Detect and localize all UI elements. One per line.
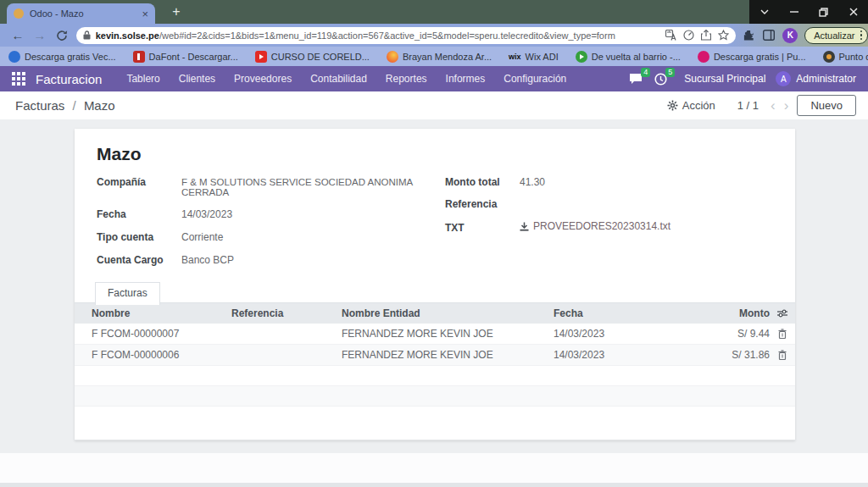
table-row[interactable]: F FCOM-00000007 FERNANDEZ MORE KEVIN JOE… [75, 324, 795, 345]
restore-icon [819, 8, 828, 17]
cell-fecha[interactable]: 14/03/2023 [554, 328, 706, 340]
menu-tablero[interactable]: Tablero [117, 66, 169, 91]
cell-nombre[interactable]: F FCOM-00000006 [75, 349, 231, 361]
devuelta-favicon-icon [576, 51, 587, 63]
update-chrome-button[interactable]: Actualizar [804, 27, 868, 44]
close-window-button[interactable] [838, 0, 868, 24]
performance-icon[interactable] [683, 30, 694, 41]
field-cuenta-cargo: Cuenta Cargo Banco BCP [97, 254, 436, 266]
back-button[interactable]: ← [7, 28, 29, 42]
tab-facturas[interactable]: Facturas [95, 282, 160, 305]
sliders-icon [777, 309, 787, 318]
bookmark-item[interactable]: wix Wix ADI [509, 51, 559, 63]
activities-badge: 5 [665, 68, 675, 77]
new-button[interactable]: Nuevo [797, 95, 856, 116]
url-bar[interactable]: kevin.solse.pe/web#id=2&cids=1&bids=1&me… [76, 27, 737, 44]
field-fecha: Fecha 14/03/2023 [97, 208, 436, 220]
freepik-favicon-icon [698, 51, 709, 63]
browser-tab[interactable]: Odoo - Mazo × [7, 3, 155, 24]
delete-row-button[interactable] [770, 329, 795, 339]
field-compania: Compañía F & M SOLUTIONS SERVICE SOCIEDA… [97, 176, 436, 197]
activities-button[interactable]: 5 [654, 73, 667, 86]
forward-button[interactable]: → [29, 28, 51, 42]
reload-button[interactable] [51, 30, 73, 42]
field-value[interactable]: 41.30 [520, 176, 545, 188]
bookmark-item[interactable]: Descarga gratis | Pu... [698, 51, 806, 63]
menu-contabilidad[interactable]: Contabilidad [301, 66, 376, 91]
form-sheet: Mazo Compañía F & M SOLUTIONS SERVICE SO… [75, 129, 795, 440]
field-value[interactable]: F & M SOLUTIONS SERVICE SOCIEDAD ANONIMA… [181, 177, 436, 197]
wix-favicon-icon: wix [509, 51, 521, 63]
minimize-button[interactable] [779, 0, 809, 24]
file-download-link[interactable]: PROVEEDORES20230314.txt [520, 220, 670, 232]
brayan-favicon-icon [387, 51, 398, 63]
vecteezy-favicon-icon [8, 51, 20, 63]
menu-clientes[interactable]: Clientes [170, 66, 225, 91]
bookmark-item[interactable]: Punto de venta Ven... [823, 51, 868, 63]
new-tab-button[interactable]: + [166, 3, 186, 21]
page-bottom-area [0, 453, 868, 483]
bookmark-item[interactable]: De vuelta al barrio -... [576, 51, 681, 63]
chevron-down-icon [760, 9, 769, 14]
bookmark-star-icon[interactable] [718, 30, 729, 41]
company-switcher[interactable]: Sucursal Principal [684, 73, 765, 85]
cell-monto[interactable]: S/ 31.86 [706, 349, 770, 361]
share-icon[interactable] [701, 30, 711, 41]
profile-avatar[interactable]: K [782, 28, 798, 43]
translate-icon[interactable] [665, 30, 676, 41]
field-label: Monto total [445, 176, 520, 188]
header-entidad[interactable]: Nombre Entidad [342, 307, 554, 319]
header-referencia[interactable]: Referencia [231, 307, 342, 319]
cell-entidad[interactable]: FERNANDEZ MORE KEVIN JOE [342, 349, 554, 361]
action-menu-button[interactable]: Acción [667, 99, 715, 112]
maximize-button[interactable] [809, 0, 838, 24]
delete-row-button[interactable] [770, 350, 795, 360]
field-monto-total: Monto total 41.30 [445, 176, 776, 188]
youtube-favicon-icon [255, 51, 267, 63]
messages-button[interactable]: 4 [629, 73, 643, 85]
user-name[interactable]: Administrator [796, 73, 856, 85]
bookmark-item[interactable]: Brayan Mendoza Ar... [387, 51, 492, 63]
apps-menu-icon[interactable] [12, 72, 25, 86]
tab-title: Odoo - Mazo [30, 8, 136, 19]
field-value[interactable]: Banco BCP [181, 254, 234, 266]
header-nombre[interactable]: Nombre [75, 307, 231, 319]
menu-proveedores[interactable]: Proveedores [225, 66, 301, 91]
cell-monto[interactable]: S/ 9.44 [706, 328, 770, 340]
app-name[interactable]: Facturacion [36, 72, 102, 86]
user-avatar[interactable]: A [776, 71, 791, 86]
pager-next-icon[interactable]: › [784, 98, 789, 113]
header-fecha[interactable]: Fecha [554, 307, 706, 319]
header-monto[interactable]: Monto [706, 307, 770, 319]
optional-columns-button[interactable] [770, 309, 795, 318]
control-panel: Facturas / Mazo Acción 1 / 1 ‹ › Nuevo [0, 91, 868, 119]
browser-menu-icon[interactable] [860, 30, 863, 41]
close-tab-icon[interactable]: × [142, 8, 148, 20]
puntoventa-favicon-icon [823, 51, 835, 63]
field-label: TXT [445, 222, 520, 234]
pager-previous-icon[interactable]: ‹ [771, 98, 776, 113]
tab-search-button[interactable] [749, 0, 779, 24]
reload-icon [56, 30, 68, 42]
extensions-puzzle-icon[interactable] [743, 30, 755, 42]
menu-reportes[interactable]: Reportes [376, 66, 437, 91]
empty-table-row [75, 386, 795, 407]
trash-icon [778, 350, 787, 360]
side-panel-icon[interactable] [763, 30, 775, 41]
cell-nombre[interactable]: F FCOM-00000007 [75, 328, 231, 340]
breadcrumb-parent[interactable]: Facturas [15, 98, 64, 113]
bookmark-item[interactable]: DaFont - Descargar... [133, 51, 238, 63]
bookmark-item[interactable]: CURSO DE CORELD... [255, 51, 370, 63]
menu-configuracion[interactable]: Configuración [494, 66, 576, 91]
menu-informes[interactable]: Informes [437, 66, 495, 91]
field-value[interactable]: Corriente [181, 231, 223, 243]
field-value[interactable]: 14/03/2023 [181, 208, 232, 220]
field-label: Referencia [445, 198, 520, 210]
table-row[interactable]: F FCOM-00000006 FERNANDEZ MORE KEVIN JOE… [75, 345, 795, 366]
action-label: Acción [682, 99, 715, 112]
field-group-right: Monto total 41.30 Referencia TXT PROVEED… [445, 176, 776, 244]
pager-value: 1 / 1 [737, 99, 759, 112]
cell-entidad[interactable]: FERNANDEZ MORE KEVIN JOE [342, 328, 554, 340]
bookmark-item[interactable]: Descarga gratis Vec... [8, 51, 116, 63]
cell-fecha[interactable]: 14/03/2023 [554, 349, 706, 361]
